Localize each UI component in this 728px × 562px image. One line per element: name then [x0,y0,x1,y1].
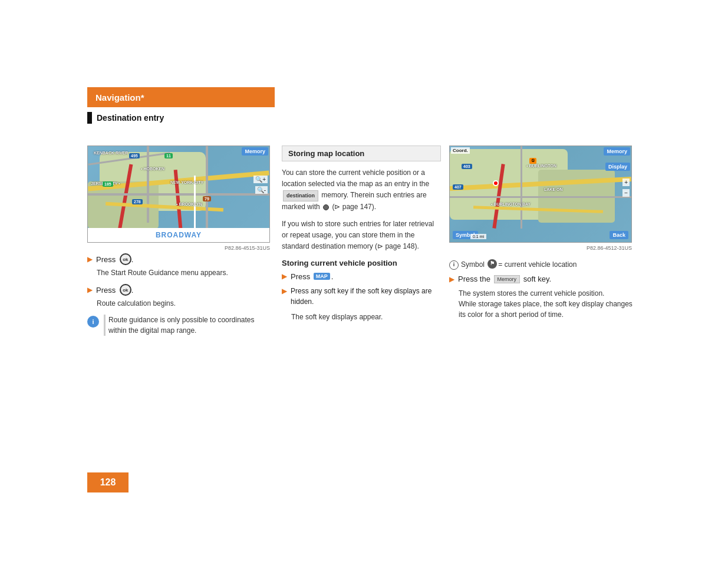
page-title: Navigation* [95,92,144,103]
circle-num-icon: i [449,260,459,270]
text-block-1: The Start Route Guidance menu appears. [97,267,270,278]
info-box: i Route guidance is only possible to coo… [87,315,270,336]
highway-11: 11 [164,153,173,158]
right-highway-403: 403 [462,164,472,169]
right-highway-circle-1: ① [529,158,536,164]
right-map: • BURLINGTON • BURLINGTON BAY LAKE ON 40… [449,146,632,243]
vehicle-position-marker [493,180,499,186]
softkey-appear-text: The soft key displays appear. [291,312,441,322]
right-zoom-in: + [622,178,630,186]
storing-map-header: Storing map location [282,146,441,161]
arrow-icon-5: ▶ [449,275,454,283]
arrow-icon-4: ▶ [282,287,287,295]
location-icon: ⚑ [487,259,497,269]
header-bar: Navigation* [87,87,275,107]
right-btn-back: Back [610,231,628,239]
press-the-label: Press the [458,275,490,283]
subtitle-text: Destination entry [97,113,164,123]
soft-key-label: soft key. [523,275,551,283]
ok-button-1: ok [120,253,131,265]
right-fig-caption: P82.86-4512-31US [449,245,632,251]
press-softkey-line: ▶ Press any soft key if the soft key dis… [282,286,441,307]
map-label-hoboken: • HOBOKEN [141,167,164,171]
press-label-1: Press [96,255,116,264]
page-number-box: 128 [87,472,129,492]
highway-278: 278 [132,199,143,204]
page-number: 128 [100,477,116,488]
right-map-inner: • BURLINGTON • BURLINGTON BAY LAKE ON 40… [450,146,631,242]
highway-79: 79 [203,196,211,201]
broadway-label: BROADWAY [156,231,202,239]
store-text-block: If you wish to store such entries for la… [282,219,441,253]
map-chip: MAP [314,273,330,280]
left-map: KENBACK RIVER • HOBOKEN JERSEY CITY • NE… [87,146,270,243]
symbol-label: Symbol [461,259,485,270]
press-map-label: Press [291,272,310,281]
right-zoom-out: − [622,189,630,197]
left-map-inner: KENBACK RIVER • HOBOKEN JERSEY CITY • NE… [88,146,269,242]
right-label-burlington-bay: • BURLINGTON BAY [491,202,531,206]
symbol-line: i Symbol ⚑ = current vehicle location [449,259,638,270]
info-text-wrap: Route guidance is only possible to coord… [104,315,270,336]
map-label-kenback: KENBACK RIVER [94,151,128,155]
middle-column: Storing map location You can store the c… [282,146,441,322]
arrow-icon-3: ▶ [282,272,287,280]
press-line-2: ▶ Press ok . [87,284,270,296]
coord-label: Coord. [451,147,470,154]
destination-chip: destination [283,190,318,201]
period-2: . [131,286,134,295]
highway-495: 495 [129,153,140,158]
right-btn-display: Display [605,163,630,171]
press-line-1: ▶ Press ok . [87,253,270,265]
result-text-block: The system stores the current vehicle po… [459,288,638,320]
right-content-area: i Symbol ⚑ = current vehicle location ▶ … [449,259,638,326]
info-icon: i [87,316,99,328]
intro-text-block: You can store the current vehicle positi… [282,167,441,213]
right-highway-407: 407 [453,184,463,190]
arrow-icon-1: ▶ [87,255,93,263]
info-bar [104,315,106,336]
highway-185: 185 [103,181,113,187]
period-1: . [131,255,134,264]
press-label-2: Press [96,286,116,295]
map-label-brooklyn: • BROOKLYN [176,202,202,206]
zoom-out-icon: 🔍- [255,186,268,194]
ok-button-2: ok [120,284,131,296]
text-block-2: Route calculation begins. [97,298,270,309]
map-btn-memory: Memory [242,147,268,156]
map-label-nyc: NEW YORK CITY [170,180,203,184]
arrow-icon-2: ▶ [87,286,93,294]
equals-text: = current vehicle location [498,259,577,270]
press-softkey-right-line: ▶ Press the Memory soft key. [449,275,638,283]
storing-vehicle-header: Storing current vehicle position [282,259,441,267]
left-content-area: ▶ Press ok . The Start Route Guidance me… [87,253,270,336]
broadway-bar: BROADWAY [88,228,269,242]
right-label-burlington: • BURLINGTON [526,164,556,168]
dot-icon [323,204,329,210]
section-subtitle: Destination entry [87,112,164,124]
right-label-lake: LAKE ON [544,187,563,191]
press-map-line: ▶ Press MAP . [282,272,441,281]
right-map-scale: 0.1 mi [470,234,486,239]
soft-key-chip: Memory [494,275,521,283]
right-btn-memory: Memory [604,147,630,156]
left-fig-caption: P82.86-4515-31US [87,245,270,251]
zoom-in-icon: 🔍+ [253,176,268,183]
